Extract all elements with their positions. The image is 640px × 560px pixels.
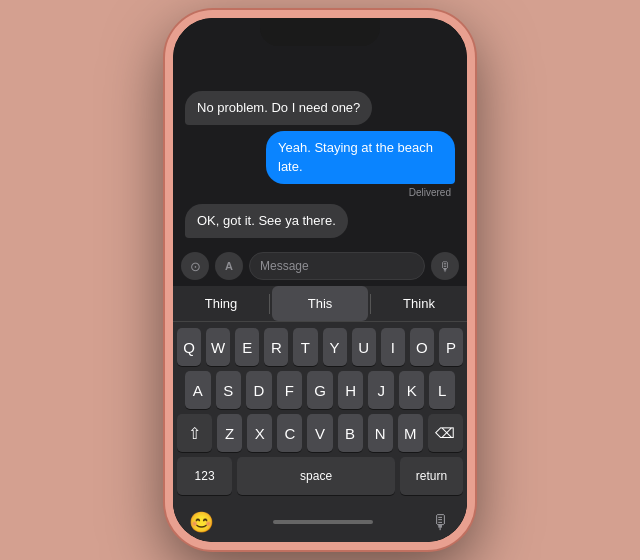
appstore-icon: A — [225, 260, 233, 272]
key-m[interactable]: M — [398, 414, 423, 452]
key-b[interactable]: B — [338, 414, 363, 452]
notch — [260, 18, 380, 46]
key-u[interactable]: U — [352, 328, 376, 366]
key-d[interactable]: D — [246, 371, 272, 409]
key-a[interactable]: A — [185, 371, 211, 409]
autocomplete-bar: Thing This Think — [173, 286, 467, 322]
emoji-button[interactable]: 😊 — [189, 510, 214, 534]
autocomplete-think[interactable]: Think — [371, 286, 467, 321]
numbers-label: 123 — [195, 469, 215, 483]
bubble-outgoing-1: Yeah. Staying at the beach late. — [266, 131, 455, 183]
phone-frame: No problem. Do I need one? Yeah. Staying… — [165, 10, 475, 550]
home-indicator — [273, 520, 373, 524]
key-n[interactable]: N — [368, 414, 393, 452]
message-row-2: Yeah. Staying at the beach late. — [185, 131, 455, 183]
key-g[interactable]: G — [307, 371, 333, 409]
key-x[interactable]: X — [247, 414, 272, 452]
appstore-button[interactable]: A — [215, 252, 243, 280]
autocomplete-thing[interactable]: Thing — [173, 286, 269, 321]
message-row-3: OK, got it. See ya there. — [185, 204, 455, 238]
messages-area: No problem. Do I need one? Yeah. Staying… — [173, 18, 467, 246]
keyboard-row-3: ⇧ Z X C V B N M ⌫ — [177, 414, 463, 452]
key-e[interactable]: E — [235, 328, 259, 366]
key-o[interactable]: O — [410, 328, 434, 366]
mic-icon: 🎙 — [439, 259, 452, 274]
delete-icon: ⌫ — [435, 425, 455, 441]
message-placeholder: Message — [260, 259, 309, 273]
key-k[interactable]: K — [399, 371, 425, 409]
bottom-bar: 😊 🎙 — [173, 504, 467, 542]
message-row-1: No problem. Do I need one? — [185, 91, 455, 125]
key-i[interactable]: I — [381, 328, 405, 366]
autocomplete-this[interactable]: This — [272, 286, 368, 321]
key-v[interactable]: V — [307, 414, 332, 452]
mic-bottom-button[interactable]: 🎙 — [431, 511, 451, 534]
key-l[interactable]: L — [429, 371, 455, 409]
key-r[interactable]: R — [264, 328, 288, 366]
key-w[interactable]: W — [206, 328, 230, 366]
keyboard-row-1: Q W E R T Y U I O P — [177, 328, 463, 366]
key-y[interactable]: Y — [323, 328, 347, 366]
key-t[interactable]: T — [293, 328, 317, 366]
delete-key[interactable]: ⌫ — [428, 414, 463, 452]
key-p[interactable]: P — [439, 328, 463, 366]
space-label: space — [300, 469, 332, 483]
key-q[interactable]: Q — [177, 328, 201, 366]
camera-button[interactable]: ⊙ — [181, 252, 209, 280]
autocomplete-divider-1 — [269, 294, 270, 314]
return-key[interactable]: return — [400, 457, 463, 495]
shift-key[interactable]: ⇧ — [177, 414, 212, 452]
key-h[interactable]: H — [338, 371, 364, 409]
keyboard-row-4: 123 space return — [177, 457, 463, 495]
key-c[interactable]: C — [277, 414, 302, 452]
key-f[interactable]: F — [277, 371, 303, 409]
key-s[interactable]: S — [216, 371, 242, 409]
space-key[interactable]: space — [237, 457, 395, 495]
input-bar: ⊙ A Message 🎙 — [173, 246, 467, 286]
mic-button[interactable]: 🎙 — [431, 252, 459, 280]
swipe-area: ⇧ Z X C V B N M ⌫ — [177, 414, 463, 452]
keyboard-row-2: A S D F G H J K L — [177, 371, 463, 409]
numbers-key[interactable]: 123 — [177, 457, 232, 495]
camera-icon: ⊙ — [190, 259, 201, 274]
key-z[interactable]: Z — [217, 414, 242, 452]
bubble-incoming-1: No problem. Do I need one? — [185, 91, 372, 125]
screen: No problem. Do I need one? Yeah. Staying… — [173, 18, 467, 542]
key-j[interactable]: J — [368, 371, 394, 409]
message-input[interactable]: Message — [249, 252, 425, 280]
shift-icon: ⇧ — [188, 424, 201, 443]
return-label: return — [416, 469, 447, 483]
delivered-label: Delivered — [185, 187, 455, 198]
keyboard: Q W E R T Y U I O P A S D F G H J K — [173, 322, 467, 504]
bubble-incoming-2: OK, got it. See ya there. — [185, 204, 348, 238]
